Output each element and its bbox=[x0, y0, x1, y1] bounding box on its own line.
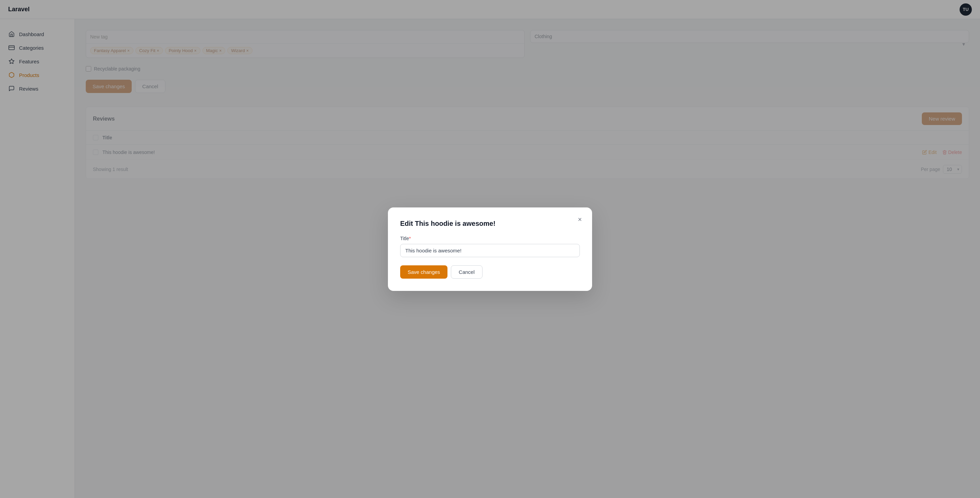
modal-title-input[interactable] bbox=[400, 244, 580, 257]
modal-close-button[interactable]: × bbox=[574, 214, 585, 225]
modal-overlay: × Edit This hoodie is awesome! Title* Sa… bbox=[75, 19, 980, 498]
modal-actions: Save changes Cancel bbox=[400, 265, 580, 279]
modal-field-label: Title* bbox=[400, 236, 580, 241]
modal-save-button[interactable]: Save changes bbox=[400, 265, 447, 279]
required-indicator: * bbox=[409, 236, 411, 241]
modal-title: Edit This hoodie is awesome! bbox=[400, 220, 580, 228]
edit-modal: × Edit This hoodie is awesome! Title* Sa… bbox=[388, 208, 592, 291]
modal-cancel-button[interactable]: Cancel bbox=[451, 265, 482, 279]
modal-field: Title* bbox=[400, 236, 580, 257]
main-content: Fantasy Apparel × Cozy Fit × Pointy Hood… bbox=[75, 19, 980, 498]
